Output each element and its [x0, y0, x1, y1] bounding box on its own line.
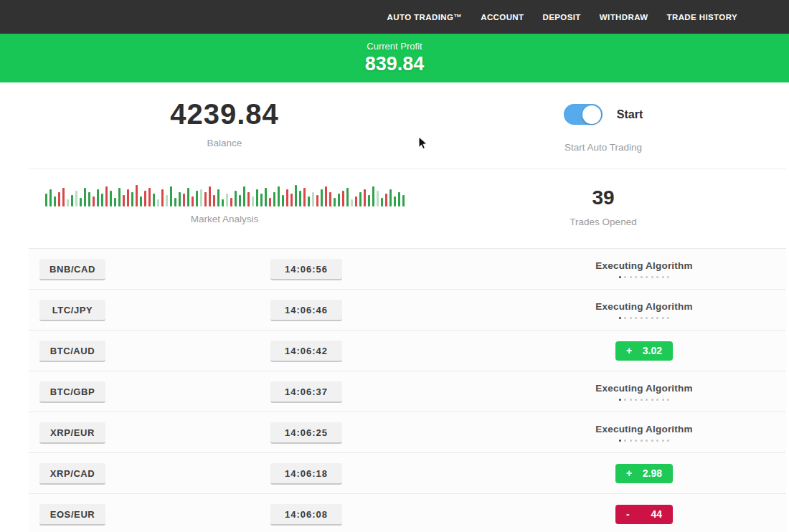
auto-trading-block: Start Start Auto Trading [420, 98, 786, 168]
chart-bar [192, 196, 194, 206]
chart-bar [329, 192, 331, 206]
chart-bar [368, 195, 370, 206]
progress-dots [619, 276, 670, 278]
chart-bar [105, 186, 108, 206]
progress-dot [662, 276, 664, 278]
chart-bar [161, 189, 164, 206]
progress-dot [624, 440, 626, 442]
chart-bar [93, 196, 95, 206]
trade-row: XRP/CAD14:06:18+2.98 [29, 452, 786, 493]
time-badge: 14:06:42 [270, 341, 342, 362]
progress-dot [651, 317, 653, 319]
progress-dot [656, 399, 658, 401]
market-analysis-block: Market Analysis [29, 182, 420, 244]
result-sign: - [626, 508, 630, 520]
trade-status: Executing Algorithm [565, 290, 723, 330]
chart-bar [196, 191, 198, 206]
profit-badge: +2.98 [615, 464, 673, 483]
progress-dot [630, 317, 632, 319]
progress-dots [619, 317, 670, 319]
chart-bar [123, 195, 125, 206]
progress-dot [630, 440, 632, 442]
progress-dot [667, 276, 669, 278]
progress-dot [641, 399, 643, 401]
progress-dot [619, 399, 621, 401]
trade-row: BNB/CAD14:06:56Executing Algorithm [29, 248, 786, 289]
chart-bar [174, 198, 176, 206]
progress-dot [646, 276, 648, 278]
trade-status: -44 [565, 494, 723, 532]
chart-bar [75, 191, 77, 206]
progress-dots [619, 440, 670, 442]
trade-row: BTC/GBP14:06:37Executing Algorithm [29, 371, 786, 412]
trades-opened-block: 39 Trades Opened [420, 182, 786, 244]
executing-algorithm-label: Executing Algorithm [595, 424, 692, 434]
chart-bar [351, 199, 353, 206]
progress-dot [635, 440, 637, 442]
progress-dot [656, 317, 658, 319]
result-sign: + [626, 345, 632, 356]
chart-bar [377, 191, 379, 206]
trade-row: EOS/EUR14:06:08-44 [29, 493, 786, 532]
progress-dot [635, 276, 637, 278]
chart-bar [131, 192, 133, 206]
progress-dots [619, 399, 670, 401]
chart-bar [269, 198, 271, 206]
chart-bar [118, 188, 121, 206]
chart-bar [67, 199, 69, 206]
progress-dot [651, 276, 653, 278]
chart-bar [260, 194, 263, 206]
chart-bar [342, 191, 344, 206]
chart-bar [316, 195, 318, 206]
chart-bar [101, 194, 103, 206]
toggle-start-label: Start [617, 108, 643, 121]
chart-bar [166, 195, 168, 206]
progress-dot [662, 317, 664, 319]
chart-bar [312, 192, 314, 206]
chart-bar [389, 189, 392, 206]
chart-bar [136, 185, 138, 206]
chart-bar [303, 188, 306, 206]
trades-opened-value: 39 [592, 186, 614, 209]
trade-status: Executing Algorithm [565, 371, 723, 412]
nav-item-trade-history[interactable]: TRADE HISTORY [667, 13, 738, 22]
chart-bar [97, 189, 99, 206]
progress-dot [641, 317, 643, 319]
chart-bar [157, 199, 159, 206]
top-nav: AUTO TRADING™ACCOUNTDEPOSITWITHDRAWTRADE… [0, 0, 789, 34]
chart-bar [290, 194, 293, 206]
pair-badge: XRP/EUR [39, 422, 105, 444]
nav-item-withdraw[interactable]: WITHDRAW [600, 13, 648, 22]
trade-status: +3.02 [565, 331, 723, 371]
chart-bar [398, 192, 400, 206]
auto-trading-toggle[interactable] [564, 104, 603, 125]
loss-badge: -44 [615, 505, 673, 524]
time-badge: 14:06:56 [270, 259, 342, 280]
current-profit-value: 839.84 [0, 53, 789, 75]
progress-dot [667, 399, 669, 401]
chart-bar [148, 188, 151, 206]
progress-dot [662, 440, 664, 442]
start-auto-trading-label: Start Auto Trading [564, 142, 642, 153]
chart-bar [80, 198, 82, 206]
market-analysis-chart [45, 182, 405, 206]
balance-section: 4239.84 Balance Start Start Auto Trading [29, 82, 786, 168]
chart-bar [71, 195, 73, 206]
progress-dot [641, 440, 643, 442]
market-section: Market Analysis 39 Trades Opened [29, 168, 786, 244]
progress-dot [624, 276, 626, 278]
nav-item-deposit[interactable]: DEPOSIT [543, 13, 581, 22]
chart-bar [278, 186, 280, 206]
nav-item-auto-trading[interactable]: AUTO TRADING™ [387, 13, 463, 22]
pair-badge: LTC/JPY [39, 300, 105, 321]
trade-status: Executing Algorithm [565, 249, 723, 289]
nav-item-account[interactable]: ACCOUNT [481, 13, 524, 22]
chart-bar [200, 189, 202, 206]
current-profit-banner: Current Profit 839.84 [0, 34, 789, 82]
chart-bar [153, 194, 155, 206]
chart-bar [325, 186, 327, 206]
result-value: 3.02 [643, 345, 662, 356]
progress-dot [646, 399, 648, 401]
chart-bar [252, 196, 254, 206]
chart-bar [381, 198, 383, 206]
